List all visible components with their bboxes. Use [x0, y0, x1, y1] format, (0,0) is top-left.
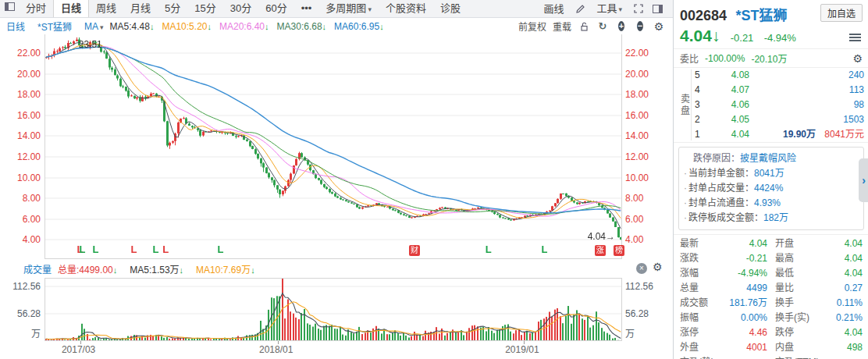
ma-selector-button[interactable]: MA▾ [84, 21, 104, 32]
tab-诊股[interactable]: 诊股 [433, 0, 468, 17]
panel-toggle-icon[interactable] [3, 0, 16, 12]
event-marker-l[interactable]: L [217, 244, 223, 255]
lock-icon[interactable] [578, 20, 590, 33]
down-arrow-icon: ↓ [251, 265, 255, 275]
前复权-button[interactable]: 前复权 [518, 20, 546, 33]
重载-button[interactable]: 重载 [553, 20, 571, 33]
tab-周线[interactable]: 周线 [89, 0, 123, 17]
zoom-in-icon[interactable]: + [615, 20, 628, 33]
layout-icon[interactable] [651, 2, 663, 15]
quote-settings-gear-icon[interactable]: ⚙ [852, 52, 863, 65]
event-marker-l[interactable]: L [130, 244, 137, 255]
down-arrow-icon: ↓ [180, 265, 184, 275]
ma-readout: MA30:6.68↓ [277, 21, 327, 32]
volume-header-item: MA10:7.69万↓ [196, 262, 261, 275]
sell-queue: 卖盘 54.0824044.0711334.069824.05150314.04… [674, 68, 868, 143]
volume-axis-label: 56.28 [2, 308, 41, 319]
toolbar-right-group: 画线工具▾ [536, 0, 673, 17]
stat-row: 换手(实)0.21% [775, 311, 863, 325]
price-axis-label: 8.00 [625, 193, 643, 204]
chevron-down-icon: ▾ [100, 23, 104, 31]
volume-header-item: 成交量 [23, 262, 52, 275]
event-marker-l[interactable]: L [153, 244, 159, 255]
stat-row: 总量4499 [680, 281, 767, 296]
stat-row: 振幅0.00% [680, 311, 767, 325]
tab-日线[interactable]: 日线 [53, 0, 89, 17]
ma-readout: MA10:5.20↓ [162, 21, 212, 32]
limit-info-item: ·跌停板成交金额：182万 [684, 211, 859, 226]
add-watchlist-button[interactable]: 加自选 [820, 4, 863, 22]
down-arrow-icon: ↓ [322, 22, 327, 31]
stat-row: 市盈(静)-- [680, 355, 767, 359]
gear-icon[interactable]: ⚙ [653, 20, 665, 33]
volume-axis-label: 112.56 [625, 281, 653, 292]
event-marker-l[interactable]: L [542, 244, 548, 255]
ma-readouts: MA5:4.48↓MA10:5.20↓MA20:6.40↓MA30:6.68↓M… [110, 21, 392, 32]
stat-row: 外盘4001 [680, 340, 767, 355]
工具-button[interactable]: 工具▾ [589, 0, 629, 18]
event-badge-财[interactable]: 财 [409, 245, 420, 256]
stock-name-link[interactable]: *ST猛狮 [37, 20, 72, 33]
period-label[interactable]: 日线 [6, 20, 25, 33]
stat-row: 最高4.04 [775, 251, 863, 266]
close-pane-icon[interactable]: × [636, 263, 647, 274]
price-axis-label: 10.00 [625, 172, 649, 183]
event-marker-l[interactable]: L [93, 244, 99, 255]
limit-reason-link[interactable]: 披星戴帽风险 [740, 153, 796, 164]
quote-panel: 002684 *ST猛狮 加自选 4.04↓ -0.21 -4.94% 委比 -… [673, 0, 868, 359]
tab-多周期图[interactable]: 多周期图▾ [318, 0, 379, 17]
stat-row: 涨幅-4.94% [680, 266, 767, 281]
event-marker-l[interactable]: L [162, 244, 169, 255]
volume-axis-label: 56.28 [625, 308, 649, 319]
tab-60分[interactable]: 60分 [258, 0, 293, 17]
limit-info-item: ·当前封单金额：8041万 [684, 166, 859, 181]
weibi-label: 委比 [680, 52, 699, 65]
price-axis-label: 4.00 [2, 234, 41, 245]
price-chart-canvas[interactable] [44, 34, 622, 259]
limit-reason-row: 跌停原因：披星戴帽风险 [684, 151, 859, 166]
date-label: 2017/03 [62, 344, 95, 355]
price-change: -0.21 [731, 32, 754, 44]
tab-月线[interactable]: 月线 [123, 0, 158, 17]
sell-order-row: 54.08240 [692, 68, 868, 83]
down-arrow-icon: ↓ [113, 265, 118, 275]
sell-order-row: 14.0419.90万8041万元 [692, 127, 868, 142]
menu-icon[interactable] [849, 32, 861, 43]
画线-button[interactable]: 画线 [536, 1, 571, 17]
tab-个股资料[interactable]: 个股资料 [379, 0, 433, 17]
down-arrow-icon: ↓ [712, 27, 720, 44]
tab-分时[interactable]: 分时 [19, 0, 53, 17]
stat-row: 换手0.11% [775, 296, 863, 311]
volume-chart-canvas[interactable] [44, 278, 622, 341]
tab-15分[interactable]: 15分 [187, 0, 222, 17]
ma-readout: MA20:6.40↓ [219, 21, 269, 32]
refresh-icon[interactable]: ↻ [596, 20, 609, 33]
price-axis-label: 18.00 [2, 89, 41, 100]
tab-•••[interactable]: ••• [294, 0, 319, 17]
event-marker-double-l[interactable]: LL [77, 244, 86, 255]
zoom-out-icon[interactable]: − [634, 20, 646, 33]
volume-header-item: MA5:1.53万↓ [130, 262, 190, 275]
stat-row: 跌停4.04 [775, 325, 863, 340]
pencil-icon[interactable] [574, 2, 586, 15]
chart-header-row: 日线 *ST猛狮 MA▾ MA5:4.48↓MA10:5.20↓MA20:6.4… [0, 18, 673, 35]
price-axis-label: 14.00 [2, 130, 41, 141]
tab-30分[interactable]: 30分 [223, 0, 258, 17]
event-marker-l[interactable]: L [486, 244, 492, 255]
event-badge-榜[interactable]: 榜 [614, 245, 624, 256]
down-arrow-icon: ↓ [150, 22, 155, 31]
drawer-handle[interactable]: › [859, 158, 868, 202]
expand-icon[interactable] [632, 2, 645, 15]
event-badge-涨[interactable]: 涨 [595, 245, 606, 256]
volume-unit-label: 万 [625, 326, 635, 339]
price-axis-label: 10.00 [2, 172, 41, 183]
period-toolbar: 分时日线周线月线5分15分30分60分•••多周期图▾个股资料诊股 画线工具▾ [0, 0, 673, 18]
limit-down-info-card: 跌停原因：披星戴帽风险·当前封单金额：8041万·封单占成交量：4424%·封单… [678, 147, 864, 230]
stat-row: 成交额181.76万 [680, 296, 767, 311]
chevron-down-icon: ▾ [618, 5, 622, 13]
tab-5分[interactable]: 5分 [158, 0, 187, 17]
volume-settings-gear-icon[interactable]: ⚙ [653, 261, 663, 273]
price-axis-label: 12.00 [2, 151, 41, 162]
volume-header-item: 总量:4499.00↓ [58, 262, 123, 275]
stat-row: 涨跌-0.21 [680, 251, 767, 266]
